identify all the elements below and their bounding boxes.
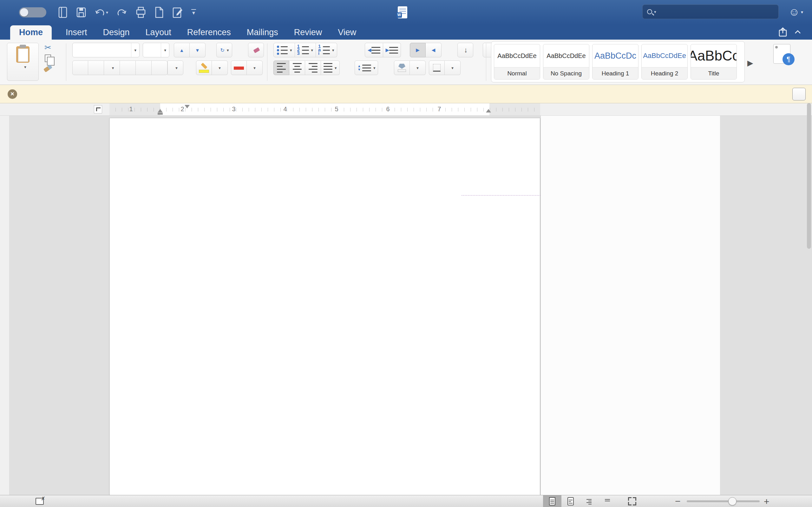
undo-icon[interactable] <box>95 6 105 18</box>
save-icon[interactable] <box>76 6 86 18</box>
left-indent-marker[interactable] <box>158 109 163 112</box>
bold-button[interactable] <box>72 60 88 75</box>
focus-button[interactable] <box>628 495 640 507</box>
underline-button[interactable]: ▾ <box>104 60 120 75</box>
ribbon-tab[interactable]: Mailings <box>245 25 280 40</box>
collapse-ribbon-icon[interactable] <box>794 30 801 34</box>
multilevel-icon <box>318 44 330 57</box>
tab-stop-selector[interactable] <box>94 105 102 113</box>
borders-dropdown[interactable]: ▾ <box>445 60 461 75</box>
font-color-button[interactable] <box>231 60 247 75</box>
print-layout-view-button[interactable] <box>543 495 561 507</box>
font-size-dropdown-icon[interactable]: ▾ <box>161 43 169 57</box>
bullet-list-button[interactable]: ▾ <box>273 43 295 57</box>
print-icon[interactable] <box>136 6 146 18</box>
change-case-button[interactable]: ↻▾ <box>216 43 232 57</box>
style-card[interactable]: AaBbCc Title <box>691 44 737 79</box>
word-doc-icon: W <box>398 6 407 18</box>
ribbon-tab[interactable]: Layout <box>144 25 173 40</box>
redo-icon[interactable] <box>116 6 127 18</box>
paste-dropdown-icon[interactable]: ▾ <box>24 65 26 69</box>
ruler-number: 4 <box>283 106 287 113</box>
feedback-smiley-icon[interactable]: ☺▾ <box>789 6 803 18</box>
new-document-icon[interactable] <box>154 6 164 18</box>
right-indent-marker[interactable] <box>486 109 491 112</box>
share-button[interactable] <box>778 27 801 37</box>
borders-button[interactable] <box>429 60 445 75</box>
text-effects-button[interactable]: ▾ <box>167 60 183 75</box>
cut-icon[interactable]: ✂ <box>44 43 51 53</box>
proofing-status-icon[interactable] <box>36 498 44 505</box>
subscript-button[interactable] <box>136 60 152 75</box>
paste-button[interactable]: ▾ <box>7 43 39 81</box>
rtl-paragraph-button[interactable]: ◀ <box>426 43 442 57</box>
clear-formatting-button[interactable] <box>248 43 264 57</box>
font-name-dropdown-icon[interactable]: ▾ <box>131 43 139 57</box>
style-card[interactable]: AaBbCcDdEe Normal <box>494 44 540 79</box>
autosave-toggle[interactable] <box>19 7 46 17</box>
copy-icon[interactable] <box>45 55 51 62</box>
zoom-out-icon[interactable]: − <box>675 496 681 507</box>
align-right-button[interactable] <box>305 60 321 75</box>
style-card[interactable]: AaBbCcDc Heading 1 <box>592 44 639 79</box>
ribbon-tab[interactable]: Insert <box>64 25 89 40</box>
strikethrough-button[interactable] <box>120 60 136 75</box>
quick-access-toolbar: ▾ ▼ <box>58 6 196 18</box>
superscript-button[interactable] <box>152 60 167 75</box>
format-painter-icon[interactable] <box>44 65 52 72</box>
align-left-button[interactable] <box>273 60 289 75</box>
numbered-list-button[interactable]: ▾ <box>295 43 316 57</box>
search-input[interactable]: ▾ <box>642 4 779 19</box>
group-separator <box>267 43 267 81</box>
line-spacing-button[interactable]: ▲▼▾ <box>355 60 378 75</box>
left-indent-box[interactable] <box>158 113 163 115</box>
increase-indent-button[interactable]: ▶ <box>383 43 401 57</box>
shading-button[interactable] <box>394 60 410 75</box>
check-for-updates-button[interactable] <box>792 88 806 101</box>
styles-pane-icon: ¶ <box>773 44 791 64</box>
font-size-select[interactable]: ▾ <box>143 43 169 57</box>
horizontal-ruler: 1234567 <box>0 103 812 116</box>
shading-dropdown[interactable]: ▾ <box>410 60 426 75</box>
italic-button[interactable] <box>88 60 104 75</box>
decrease-indent-button[interactable]: ◀ <box>365 43 383 57</box>
vertical-scrollbar[interactable] <box>807 103 811 249</box>
undo-dropdown-icon[interactable]: ▾ <box>106 10 108 15</box>
font-name-select[interactable]: ▾ <box>72 43 140 57</box>
ltr-paragraph-button[interactable]: ▶ <box>410 43 426 57</box>
zoom-slider-track[interactable] <box>687 500 760 502</box>
print-preview-icon[interactable] <box>58 6 68 18</box>
customize-toolbar-icon[interactable]: ▼ <box>191 9 196 15</box>
styles-pane-button[interactable]: ¶ <box>761 44 803 66</box>
outline-view-button[interactable] <box>580 495 598 507</box>
ribbon-tab[interactable]: Home <box>10 25 52 40</box>
zoom-slider-thumb[interactable] <box>728 497 737 505</box>
ribbon-tab[interactable]: Design <box>101 25 132 40</box>
shrink-font-button[interactable]: ▼ <box>190 43 206 57</box>
ribbon-tab[interactable]: References <box>185 25 233 40</box>
style-sample: AaBbCcDdEe <box>494 44 540 67</box>
first-line-indent-marker[interactable] <box>185 105 190 108</box>
sort-button[interactable]: ↓ <box>457 43 473 57</box>
style-card[interactable]: AaBbCcDdEe No Spacing <box>543 44 589 79</box>
ribbon-tab[interactable]: Review <box>292 25 324 40</box>
print-layout-icon <box>549 497 555 505</box>
banner-close-icon[interactable]: ✕ <box>8 89 17 99</box>
zoom-in-icon[interactable]: + <box>764 496 769 507</box>
multilevel-list-button[interactable]: ▾ <box>316 43 337 57</box>
draft-view-button[interactable] <box>598 495 617 507</box>
style-card[interactable]: AaBbCcDdEe Heading 2 <box>641 44 688 79</box>
search-scope-dropdown-icon[interactable]: ▾ <box>654 9 656 14</box>
highlight-button[interactable] <box>196 60 212 75</box>
edit-form-icon[interactable] <box>172 6 183 18</box>
styles-more-icon[interactable]: ▶ <box>747 59 753 67</box>
align-center-button[interactable] <box>289 60 305 75</box>
notebook-layout-view-button[interactable] <box>561 495 580 507</box>
grow-font-button[interactable]: ▲ <box>174 43 190 57</box>
ribbon-tab[interactable]: View <box>336 25 358 40</box>
justify-button[interactable]: ▾ <box>321 60 340 75</box>
font-color-dropdown[interactable]: ▾ <box>247 60 263 75</box>
ruler-number: 7 <box>438 106 441 113</box>
indent-lines-icon <box>389 45 398 55</box>
highlight-dropdown[interactable]: ▾ <box>212 60 228 75</box>
